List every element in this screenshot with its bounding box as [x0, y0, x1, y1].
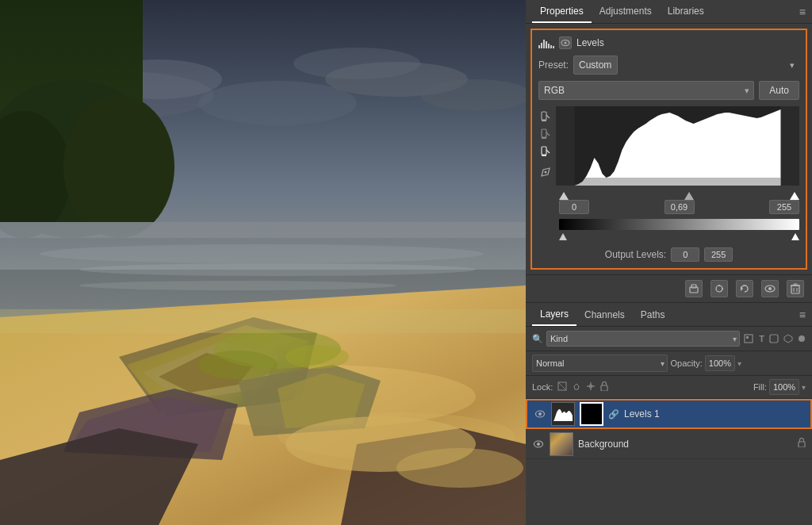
svg-rect-74	[601, 385, 607, 391]
levels-title: Levels	[576, 37, 604, 48]
black-output-slider[interactable]	[559, 233, 567, 240]
white-input-slider[interactable]	[790, 192, 799, 200]
svg-point-16	[79, 281, 396, 290]
filter-pixel-icon[interactable]	[743, 333, 754, 344]
tab-adjustments[interactable]: Adjustments	[592, 1, 660, 23]
svg-point-7	[293, 48, 420, 79]
visibility-button[interactable]	[761, 280, 779, 297]
output-levels-label: Output Levels:	[605, 249, 666, 260]
svg-point-58	[768, 287, 772, 290]
output-sliders	[538, 232, 799, 243]
tab-libraries[interactable]: Libraries	[660, 1, 712, 23]
blend-select-wrapper: Normal	[532, 354, 668, 372]
reset-button[interactable]	[736, 280, 753, 297]
blend-opacity-row: Normal Opacity: ▾	[526, 351, 812, 376]
layers-tabs: Layers Channels Paths ≡	[526, 303, 812, 327]
lock-transparent-btn[interactable]	[557, 381, 567, 393]
opacity-row: Opacity: ▾	[671, 355, 806, 371]
layer-lock-icon	[798, 438, 806, 450]
layer-visibility-levels1[interactable]	[534, 410, 546, 418]
histogram-display	[556, 106, 799, 186]
tab-layers[interactable]: Layers	[532, 304, 576, 326]
svg-point-37	[565, 42, 567, 44]
layer-visibility-background[interactable]	[532, 440, 545, 448]
fill-row: Fill: ▾	[753, 379, 806, 395]
kind-select[interactable]: Kind	[546, 331, 740, 347]
output-triangle-container	[559, 232, 799, 243]
input-values-row	[538, 200, 799, 214]
opacity-dropdown-btn[interactable]: ▾	[737, 359, 741, 368]
lock-label: Lock:	[532, 382, 553, 392]
filter-icons: T	[743, 333, 806, 344]
layer-item-levels1[interactable]: 🔗 Levels 1	[526, 399, 812, 429]
opacity-input[interactable]	[705, 355, 735, 371]
fill-input[interactable]	[769, 379, 799, 395]
previous-state-button[interactable]	[710, 280, 728, 297]
layer-item-background[interactable]: Background	[526, 429, 812, 459]
auto-button[interactable]: Auto	[759, 81, 799, 100]
tab-properties[interactable]: Properties	[532, 1, 592, 23]
svg-point-14	[40, 244, 484, 263]
kind-select-wrapper: Kind	[546, 331, 740, 347]
lock-position-btn[interactable]	[586, 381, 596, 393]
svg-point-79	[537, 443, 540, 446]
white-point-eyedropper[interactable]	[538, 144, 553, 159]
svg-rect-59	[791, 285, 799, 293]
white-input-value[interactable]	[769, 200, 799, 214]
svg-rect-39	[542, 120, 546, 121]
clip-to-layer-button[interactable]	[685, 280, 703, 297]
layer-name-background: Background	[578, 439, 793, 450]
black-point-eyedropper[interactable]	[538, 109, 553, 124]
blend-mode-select[interactable]: Normal	[532, 354, 668, 372]
fill-dropdown-btn[interactable]: ▾	[802, 383, 806, 392]
layers-panel: Layers Channels Paths ≡ 🔍 Kind T	[526, 303, 812, 525]
svg-point-11	[63, 95, 174, 238]
svg-point-55	[722, 288, 723, 289]
svg-marker-67	[784, 335, 792, 343]
black-input-slider[interactable]	[559, 192, 569, 200]
channel-select[interactable]: RGB	[538, 81, 754, 100]
right-panel: Properties Adjustments Libraries ≡	[526, 0, 812, 525]
lock-row: Lock: Fill: ▾	[526, 376, 812, 399]
properties-toolbar	[526, 274, 812, 303]
filter-smart-icon[interactable]	[783, 334, 793, 343]
svg-rect-44	[542, 147, 546, 155]
gray-point-eyedropper[interactable]	[538, 127, 553, 141]
fill-label: Fill:	[753, 382, 767, 392]
midtone-input-slider[interactable]	[684, 192, 694, 200]
filter-text-icon[interactable]: T	[759, 334, 764, 343]
tab-channels[interactable]: Channels	[576, 305, 633, 325]
layers-panel-menu[interactable]: ≡	[799, 308, 806, 321]
black-input-value[interactable]	[559, 200, 589, 214]
black-output-value[interactable]	[671, 247, 699, 262]
filter-color-icon[interactable]	[798, 335, 806, 343]
tab-paths[interactable]: Paths	[633, 305, 673, 325]
layer-link-levels1[interactable]: 🔗	[608, 409, 619, 420]
filter-shape-icon[interactable]	[769, 334, 779, 343]
svg-point-3	[198, 81, 357, 125]
lock-all-btn[interactable]	[600, 381, 608, 393]
layers-list: 🔗 Levels 1 Background	[526, 399, 812, 525]
svg-point-54	[718, 285, 720, 286]
output-bar-row	[538, 219, 799, 230]
input-sliders	[538, 189, 799, 200]
sample-icon[interactable]	[538, 165, 553, 179]
delete-adjustment-button[interactable]	[787, 280, 804, 297]
svg-line-70	[558, 382, 566, 390]
white-output-value[interactable]	[704, 247, 733, 262]
lock-pixels-btn[interactable]	[572, 381, 581, 393]
levels-adjustment-panel: Levels Preset: Custom RGB Auto	[530, 29, 807, 270]
filter-search-icon: 🔍	[532, 334, 543, 344]
white-output-slider[interactable]	[791, 233, 799, 240]
svg-point-53	[716, 285, 722, 292]
adjustment-visibility-btn[interactable]	[559, 36, 572, 49]
preset-row: Preset: Custom	[538, 56, 799, 75]
midtone-input-value[interactable]	[665, 200, 695, 214]
properties-panel-menu[interactable]: ≡	[799, 6, 806, 18]
svg-rect-45	[542, 155, 546, 156]
svg-rect-65	[746, 336, 749, 339]
channel-row: RGB Auto	[538, 81, 799, 100]
svg-rect-13	[0, 222, 526, 238]
preset-select[interactable]: Custom	[573, 56, 618, 75]
svg-rect-61	[794, 284, 797, 285]
